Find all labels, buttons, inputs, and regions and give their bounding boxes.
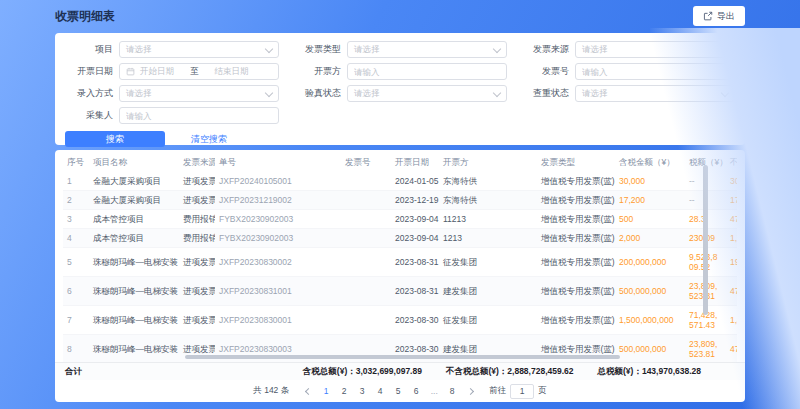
cell-doc_no: FYBX20230902003 xyxy=(215,210,341,229)
page-number-list: 123456...8 xyxy=(317,384,461,398)
dup-check-status-label: 查重状态 xyxy=(521,87,569,100)
export-button[interactable]: 导出 xyxy=(693,6,745,26)
project-placeholder: 请选择 xyxy=(126,44,152,56)
invoice-source-placeholder: 请选择 xyxy=(582,44,608,56)
cell-source: 费用报销 xyxy=(179,210,215,229)
search-button[interactable]: 搜索 xyxy=(65,131,165,147)
filter-row-2: 开票日期 开始日期 至 结束日期 开票方 发票号 xyxy=(65,63,735,80)
table-row[interactable]: 4成本管控项目费用报销FYBX202309020032023-09-041213… xyxy=(63,229,737,248)
total-tax: 总税额(¥)：143,970,638.28 xyxy=(598,366,701,378)
chevron-down-icon xyxy=(265,44,273,52)
data-table: 序号项目名称发票来源单号发票号开票日期开票方发票类型含税金额（¥）税额（¥）不含… xyxy=(63,153,737,362)
invoice-no-input[interactable] xyxy=(575,63,735,80)
invoice-source-label: 发票来源 xyxy=(521,43,569,56)
column-header-type: 发票类型 xyxy=(537,153,615,172)
table-viewport: 序号项目名称发票来源单号发票号开票日期开票方发票类型含税金额（¥）税额（¥）不含… xyxy=(63,153,737,362)
filter-invoice-type: 发票类型 请选择 xyxy=(293,41,507,58)
summary-row: 合计 含税总额(¥)：3,032,699,097.89 不含税总额(¥)：2,8… xyxy=(55,362,745,380)
cell-amount_incl: 500 xyxy=(615,210,685,229)
cell-type: 增值税专用发票(蓝) xyxy=(537,306,615,335)
column-header-doc_no: 单号 xyxy=(215,153,341,172)
total-excl-tax: 不含税总额(¥)：2,888,728,459.62 xyxy=(446,366,574,378)
page-header: 收票明细表 导出 xyxy=(0,0,800,32)
summary-totals: 含税总额(¥)：3,032,699,097.89 不含税总额(¥)：2,888,… xyxy=(303,366,735,378)
table-row[interactable]: 3成本管控项目费用报销FYBX202309020032023-09-041121… xyxy=(63,210,737,229)
clear-search-button[interactable]: 清空搜索 xyxy=(191,133,227,146)
table-row[interactable]: 5珠穆朗玛峰—电梯安装进项发票JXFP202308300022023-08-31… xyxy=(63,248,737,277)
cell-amount_incl: 2,000 xyxy=(615,229,685,248)
cell-seq: 1 xyxy=(63,172,89,191)
cell-date: 2023-08-30 xyxy=(391,306,439,335)
cell-seq: 8 xyxy=(63,335,89,362)
invoice-source-select[interactable]: 请选择 xyxy=(575,41,735,58)
invoice-type-select[interactable]: 请选择 xyxy=(347,41,507,58)
cell-date: 2023-09-04 xyxy=(391,210,439,229)
cell-amount_excl: 476,190,476.19 xyxy=(726,335,737,362)
dup-check-status-select[interactable]: 请选择 xyxy=(575,85,735,102)
cell-amount_excl: 1,769.91 xyxy=(726,229,737,248)
cell-type: 增值税专用发票(蓝) xyxy=(537,191,615,210)
cell-amount_incl: 30,000 xyxy=(615,172,685,191)
page-number[interactable]: 5 xyxy=(391,384,405,398)
table-header-row: 序号项目名称发票来源单号发票号开票日期开票方发票类型含税金额（¥）税额（¥）不含… xyxy=(63,153,737,172)
vertical-scrollbar[interactable] xyxy=(703,165,708,315)
horizontal-scrollbar[interactable] xyxy=(185,355,620,359)
cell-project: 成本管控项目 xyxy=(89,210,179,229)
cell-source: 进项发票 xyxy=(179,277,215,306)
invoice-type-label: 发票类型 xyxy=(293,43,341,56)
cell-date: 2024-01-05 xyxy=(391,172,439,191)
invoice-table-card: 序号项目名称发票来源单号发票号开票日期开票方发票类型含税金额（¥）税额（¥）不含… xyxy=(55,150,745,402)
page-number[interactable]: 6 xyxy=(409,384,423,398)
filter-collector: 采集人 xyxy=(65,107,279,124)
page-number[interactable]: 2 xyxy=(337,384,351,398)
entry-method-label: 录入方式 xyxy=(65,87,113,100)
cell-date: 2023-09-04 xyxy=(391,229,439,248)
entry-method-placeholder: 请选择 xyxy=(126,88,152,100)
filter-actions: 搜索 清空搜索 xyxy=(65,131,735,147)
verify-status-select[interactable]: 请选择 xyxy=(347,85,507,102)
filter-invoice-no: 发票号 xyxy=(521,63,735,80)
column-header-date: 开票日期 xyxy=(391,153,439,172)
chevron-down-icon xyxy=(721,44,729,52)
cell-amount_incl: 500,000,000 xyxy=(615,335,685,362)
chevron-down-icon xyxy=(265,88,273,96)
cell-invoice_no xyxy=(341,172,391,191)
page-number[interactable]: 1 xyxy=(319,384,333,398)
cell-issuer: 征发集团 xyxy=(439,306,537,335)
page-number[interactable]: 4 xyxy=(373,384,387,398)
table-row[interactable]: 7珠穆朗玛峰—电梯安装进项发票JXFP202308300012023-08-30… xyxy=(63,306,737,335)
cell-invoice_no xyxy=(341,277,391,306)
invoice-date-range-picker[interactable]: 开始日期 至 结束日期 xyxy=(119,63,279,80)
filter-invoice-source: 发票来源 请选择 xyxy=(521,41,735,58)
cell-seq: 4 xyxy=(63,229,89,248)
issuer-input[interactable] xyxy=(347,63,507,80)
column-header-issuer: 开票方 xyxy=(439,153,537,172)
invoice-type-placeholder: 请选择 xyxy=(354,44,380,56)
cell-type: 增值税专用发票(蓝) xyxy=(537,277,615,306)
table-row[interactable]: 6珠穆朗玛峰—电梯安装进项发票JXFP202308310012023-08-31… xyxy=(63,277,737,306)
cell-doc_no: JXFP20230830002 xyxy=(215,248,341,277)
filter-issuer: 开票方 xyxy=(293,63,507,80)
filter-row-1: 项目 请选择 发票类型 请选择 发票来源 请选择 xyxy=(65,41,735,58)
cell-invoice_no xyxy=(341,191,391,210)
cell-issuer: 11213 xyxy=(439,210,537,229)
prev-page-button[interactable] xyxy=(301,384,315,398)
jump-page-input[interactable] xyxy=(510,384,534,399)
cell-doc_no: JXFP20240105001 xyxy=(215,172,341,191)
page-title: 收票明细表 xyxy=(55,8,115,25)
entry-method-select[interactable]: 请选择 xyxy=(119,85,279,102)
cell-type: 增值税专用发票(蓝) xyxy=(537,210,615,229)
cell-date: 2023-08-31 xyxy=(391,248,439,277)
summary-label: 合计 xyxy=(65,366,82,378)
next-page-button[interactable] xyxy=(463,384,477,398)
cell-type: 增值税专用发票(蓝) xyxy=(537,248,615,277)
cell-seq: 2 xyxy=(63,191,89,210)
collector-input[interactable] xyxy=(119,107,279,124)
table-row[interactable]: 2金融大厦采购项目进项发票JXFP202312190022023-12-19东海… xyxy=(63,191,737,210)
filter-verify-status: 验真状态 请选择 xyxy=(293,85,507,102)
page-number[interactable]: 3 xyxy=(355,384,369,398)
export-icon xyxy=(703,11,713,21)
table-row[interactable]: 1金融大厦采购项目进项发票JXFP202401050012024-01-05东海… xyxy=(63,172,737,191)
page-number[interactable]: 8 xyxy=(445,384,459,398)
project-select[interactable]: 请选择 xyxy=(119,41,279,58)
